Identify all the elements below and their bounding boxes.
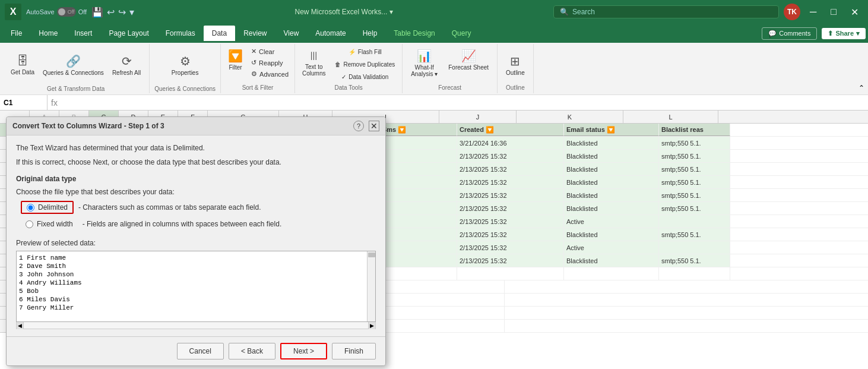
database-icon: 🗄 xyxy=(17,54,28,68)
outline-btns: ⊞ Outline xyxy=(502,46,528,83)
forecast-sheet-button[interactable]: 📈 Forecast Sheet xyxy=(445,46,492,73)
excel-logo: X xyxy=(5,4,21,20)
filter-icon: 🔽 xyxy=(228,49,243,63)
avatar[interactable]: TK xyxy=(784,4,800,20)
chevron-down-icon[interactable]: ⌃ xyxy=(859,84,864,92)
get-data-group: 🗄 Get Data 🔗 Queries & Connections ⟳ Ref… xyxy=(2,44,150,93)
tab-page-layout[interactable]: Page Layout xyxy=(100,26,157,41)
preview-line-5: 5 Bob xyxy=(19,287,365,295)
scroll-left-btn[interactable]: ◀ xyxy=(17,322,24,329)
tab-view[interactable]: View xyxy=(275,26,308,41)
dialog-titlebar: Convert Text to Columns Wizard - Step 1 … xyxy=(7,117,385,135)
forecast-label: Forecast xyxy=(407,83,492,91)
dialog-desc-2: If this is correct, choose Next, or choo… xyxy=(16,157,376,168)
window-title: New Microsoft Excel Works... ▾ xyxy=(139,8,549,16)
cancel-button[interactable]: Cancel xyxy=(177,343,224,359)
autosave-toggle[interactable] xyxy=(57,7,76,17)
text-to-columns-dialog: Convert Text to Columns Wizard - Step 1 … xyxy=(6,116,386,366)
preview-line-2: 2 Dave Smith xyxy=(19,262,365,270)
tab-query[interactable]: Query xyxy=(443,26,480,41)
scroll-track xyxy=(24,322,368,329)
what-if-button[interactable]: 📊 What-IfAnalysis ▾ xyxy=(407,46,441,80)
ribbon-toolbar: 🗄 Get Data 🔗 Queries & Connections ⟳ Ref… xyxy=(0,43,868,95)
delimited-radio[interactable] xyxy=(27,204,34,212)
text-to-columns-button[interactable]: ⫼ Text toColumns xyxy=(299,46,329,79)
queries-connections-button[interactable]: 🔗 Queries & Connections xyxy=(39,52,107,78)
preview-line-1: 1 First name xyxy=(19,254,365,262)
tab-insert[interactable]: Insert xyxy=(66,26,100,41)
refresh-button[interactable]: ⟳ Refresh All xyxy=(109,52,144,78)
tab-review[interactable]: Review xyxy=(235,26,275,41)
titlebar-right: TK ─ □ ✕ xyxy=(784,4,863,20)
outline-label: Outline xyxy=(502,83,528,91)
properties-button[interactable]: ⚙ Properties xyxy=(168,52,202,78)
back-button[interactable]: < Back xyxy=(229,343,275,359)
preview-line-7: 7 Genry Miller xyxy=(19,304,365,312)
fixed-option[interactable]: Fixed width xyxy=(21,219,78,229)
scroll-right-btn[interactable]: ▶ xyxy=(368,322,375,329)
tab-table-design[interactable]: Table Design xyxy=(385,26,443,41)
preview-area: 1 First name 2 Dave Smith 3 John Johnson… xyxy=(16,251,376,322)
get-data-button[interactable]: 🗄 Get Data xyxy=(7,52,38,78)
data-validation-button[interactable]: ✓ Data Validation xyxy=(331,71,398,83)
fixed-radio[interactable] xyxy=(26,220,33,228)
what-if-icon: 📊 xyxy=(417,49,432,63)
forecast-sheet-icon: 📈 xyxy=(461,49,476,63)
dialog-footer: Cancel < Back Next > Finish xyxy=(7,336,385,365)
comments-button[interactable]: 💬 Comments xyxy=(762,27,817,40)
sort-sub-group: ✕ Clear ↺ Reapply ⚙ Advanced xyxy=(249,46,291,79)
preview-line-6: 6 Miles Davis xyxy=(19,295,365,304)
ribbon-expand[interactable]: ⌃ xyxy=(857,44,866,93)
dialog-close-button[interactable]: ✕ xyxy=(369,121,379,131)
toggle-circle xyxy=(58,8,65,15)
remove-duplicates-button[interactable]: 🗑 Remove Duplicates xyxy=(331,59,398,70)
delimited-option-highlight[interactable]: Delimited xyxy=(21,201,74,214)
tab-help[interactable]: Help xyxy=(354,26,386,41)
preview-line-4: 4 Andry Williams xyxy=(19,279,365,287)
tab-file[interactable]: File xyxy=(2,26,30,41)
more-icon[interactable]: ▾ xyxy=(129,7,134,18)
get-data-btns: 🗄 Get Data 🔗 Queries & Connections ⟳ Ref… xyxy=(7,45,144,84)
quick-access-toolbar[interactable]: 💾 ↩ ↪ ▾ xyxy=(91,7,134,18)
tab-home[interactable]: Home xyxy=(30,26,66,41)
outline-button[interactable]: ⊞ Outline xyxy=(502,46,528,83)
clear-button[interactable]: ✕ Clear xyxy=(249,46,291,56)
outline-icon: ⊞ xyxy=(510,54,520,68)
share-button[interactable]: ⬆ Share ▾ xyxy=(822,28,866,39)
filter-button[interactable]: 🔽 Filter xyxy=(224,46,246,73)
tab-data[interactable]: Data xyxy=(204,26,235,41)
radio-group: Delimited - Characters such as commas or… xyxy=(21,201,376,229)
autosave-label: AutoSave xyxy=(26,8,55,15)
main-area: A B C D E F G H I J K L 1 2 3 4 5 6 7 8 xyxy=(0,111,868,369)
refresh-icon: ⟳ xyxy=(122,54,132,68)
search-box[interactable]: 🔍 xyxy=(553,5,779,18)
maximize-button[interactable]: □ xyxy=(826,5,841,18)
tab-automate[interactable]: Automate xyxy=(307,26,354,41)
reapply-button[interactable]: ↺ Reapply xyxy=(249,58,291,68)
tab-formulas[interactable]: Formulas xyxy=(157,26,204,41)
preview-scrollbar[interactable] xyxy=(367,251,375,321)
name-box[interactable]: C1 xyxy=(0,95,47,110)
search-input[interactable] xyxy=(572,8,762,16)
reapply-icon: ↺ xyxy=(251,59,256,67)
minimize-button[interactable]: ─ xyxy=(805,5,821,18)
preview-box[interactable]: 1 First name 2 Dave Smith 3 John Johnson… xyxy=(17,251,367,321)
flash-fill-button[interactable]: ⚡ Flash Fill xyxy=(331,46,398,58)
dialog-section-title: Original data type xyxy=(16,175,376,183)
ribbon-tabs: File Home Insert Page Layout Formulas Da… xyxy=(0,24,868,43)
search-icon: 🔍 xyxy=(560,8,569,16)
preview-title: Preview of selected data: xyxy=(16,239,376,247)
save-icon[interactable]: 💾 xyxy=(91,7,103,18)
queries-btns: ⚙ Properties xyxy=(168,45,202,84)
radio-item-delimited: Delimited - Characters such as commas or… xyxy=(21,201,376,214)
redo-icon[interactable]: ↪ xyxy=(118,7,126,18)
advanced-button[interactable]: ⚙ Advanced xyxy=(249,69,291,79)
close-button[interactable]: ✕ xyxy=(846,5,863,19)
dialog-help-button[interactable]: ? xyxy=(353,121,364,131)
advanced-icon: ⚙ xyxy=(251,70,257,78)
autosave-area[interactable]: AutoSave Off xyxy=(26,7,87,17)
next-button[interactable]: Next > xyxy=(280,343,327,359)
undo-icon[interactable]: ↩ xyxy=(107,7,115,18)
finish-button[interactable]: Finish xyxy=(332,343,376,359)
queries-label: Queries & Connections xyxy=(154,84,216,92)
